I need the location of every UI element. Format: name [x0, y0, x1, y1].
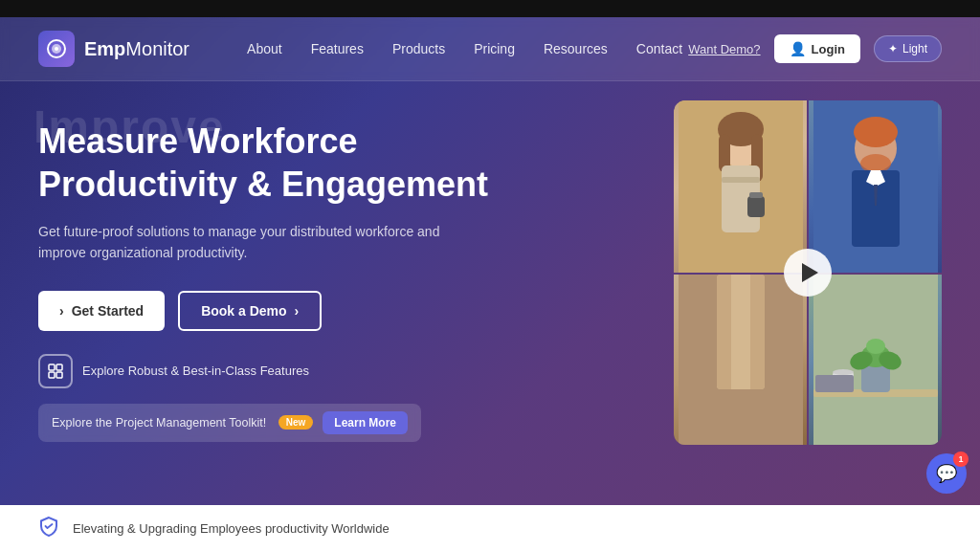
svg-rect-5: [49, 372, 55, 378]
svg-rect-29: [861, 365, 890, 392]
svg-rect-15: [749, 192, 763, 198]
navbar: EmpMonitor About Features Products Prici…: [0, 17, 980, 81]
svg-rect-36: [815, 375, 854, 392]
svg-rect-3: [49, 364, 55, 370]
nav-right: Want Demo? 👤 Login ✦ Light: [688, 34, 942, 63]
top-bar: [0, 0, 980, 17]
explore-features: Explore Robust & Best-in-Class Features: [38, 354, 536, 388]
arrow-right-icon: ›: [295, 303, 300, 319]
person-icon: 👤: [790, 41, 806, 56]
person-female-illustration: [679, 100, 803, 273]
image-panel-bottom-right: [809, 275, 942, 445]
svg-point-2: [55, 47, 58, 51]
learn-more-button[interactable]: Learn More: [323, 411, 408, 434]
play-icon: [802, 263, 818, 282]
hero-title: Measure Workforce Productivity & Engagem…: [38, 120, 536, 206]
image-panel-top-left: [674, 100, 807, 273]
person-standing-illustration: [679, 275, 803, 445]
logo-area: EmpMonitor: [38, 31, 189, 67]
nav-links: About Features Products Pricing Resource…: [247, 41, 688, 56]
toolkit-text: Explore the Project Management Toolkit!: [52, 416, 269, 430]
want-demo-link[interactable]: Want Demo?: [688, 42, 760, 56]
logo-text: EmpMonitor: [84, 38, 189, 60]
nav-about[interactable]: About: [247, 41, 282, 56]
person-male-illustration: [813, 100, 938, 273]
theme-toggle-button[interactable]: ✦ Light: [874, 35, 942, 62]
svg-point-35: [833, 369, 854, 375]
arrow-icon: ›: [59, 303, 64, 319]
hero-buttons: › Get Started Book a Demo ›: [38, 291, 536, 331]
nav-resources[interactable]: Resources: [544, 41, 608, 56]
svg-rect-26: [731, 275, 750, 389]
nav-products[interactable]: Products: [392, 41, 445, 56]
svg-rect-6: [56, 372, 62, 378]
svg-rect-14: [747, 196, 765, 217]
chat-icon: 💬: [936, 463, 957, 484]
svg-rect-4: [56, 364, 62, 370]
chat-bubble-button[interactable]: 💬 1: [926, 453, 967, 494]
logo-icon: [38, 31, 75, 67]
play-button[interactable]: [784, 249, 832, 297]
hero-subtitle: Get future-proof solutions to manage you…: [38, 221, 440, 264]
bottom-bar-text: Elevating & Upgrading Employees producti…: [73, 521, 390, 536]
svg-rect-13: [722, 177, 760, 183]
sun-icon: ✦: [888, 42, 898, 55]
nav-features[interactable]: Features: [311, 41, 364, 56]
login-button[interactable]: 👤 Login: [774, 34, 860, 63]
get-started-button[interactable]: › Get Started: [38, 291, 165, 331]
features-icon-box: [38, 354, 73, 388]
plant-desk-illustration: [813, 275, 938, 445]
explore-text: Explore Robust & Best-in-Class Features: [82, 364, 309, 378]
svg-point-33: [866, 339, 885, 354]
notification-badge: 1: [953, 452, 969, 467]
nav-contact[interactable]: Contact: [636, 41, 682, 56]
hero-image-area: [674, 100, 942, 445]
image-panel-top-right: [809, 100, 942, 273]
bottom-bar: Elevating & Upgrading Employees producti…: [0, 505, 980, 551]
hero-section: Improve Measure Workforce Productivity &…: [0, 81, 980, 505]
nav-pricing[interactable]: Pricing: [474, 41, 515, 56]
main-wrapper: EmpMonitor About Features Products Prici…: [0, 17, 980, 551]
toolkit-bar: Explore the Project Management Toolkit! …: [38, 404, 421, 442]
hero-content: Measure Workforce Productivity & Engagem…: [38, 110, 536, 442]
shield-icon: [38, 516, 59, 541]
image-panel-bottom-left: [674, 275, 807, 445]
book-demo-button[interactable]: Book a Demo ›: [178, 291, 322, 331]
new-badge: New: [278, 415, 314, 430]
svg-point-18: [854, 117, 898, 147]
